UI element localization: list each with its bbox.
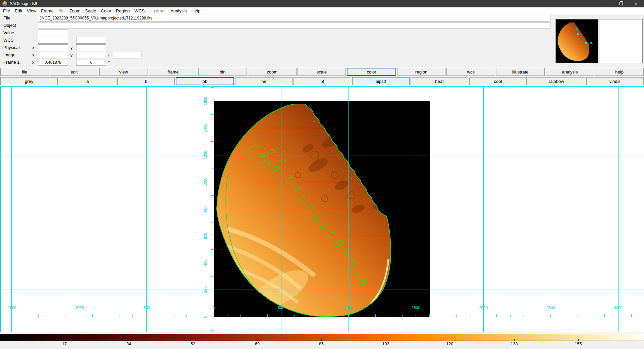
magnifier[interactable]: [599, 19, 643, 63]
frame-label: Frame 1: [3, 59, 19, 66]
menu-zoom[interactable]: Zoom: [67, 8, 83, 13]
colorbar-zone: 1734526986103120138155: [0, 332, 644, 349]
physical-x-label: x: [32, 44, 35, 51]
menu-bar: File Edit View Frame Bin Zoom Scale Colo…: [0, 7, 644, 14]
colorbar-label: 155: [575, 342, 582, 346]
frame-rotation-field[interactable]: 0: [76, 59, 106, 66]
wcs-button[interactable]: wcs: [446, 68, 495, 76]
colormap-cool-button[interactable]: cool: [469, 77, 527, 85]
minimize-icon: [604, 4, 607, 4]
scale-button[interactable]: scale: [298, 68, 346, 76]
view-button[interactable]: view: [99, 68, 148, 76]
wcs-field-1[interactable]: [38, 37, 68, 44]
menu-help[interactable]: Help: [189, 8, 203, 13]
info-panel: File JNCE_2023288_55C00055_V01-mapprojec…: [0, 14, 644, 67]
fits-image[interactable]: [214, 101, 430, 317]
colormap-i8-button[interactable]: i8: [293, 77, 351, 85]
colormap-grey-button[interactable]: grey: [0, 77, 58, 85]
colorbar-tick: [450, 339, 450, 341]
image-z-field[interactable]: [113, 52, 142, 58]
menu-edit[interactable]: Edit: [12, 8, 24, 13]
minimize-button[interactable]: [598, 0, 613, 7]
physical-y-field[interactable]: [76, 44, 106, 51]
grid-y-label: 400: [203, 259, 207, 266]
color-button[interactable]: color: [347, 68, 396, 76]
colormap-b-button[interactable]: b: [117, 77, 175, 85]
image-canvas[interactable]: -1500-1000-50005001000150020002500300016…: [0, 86, 644, 332]
value-field[interactable]: [38, 30, 68, 36]
colorbar-tick: [578, 339, 579, 341]
file-label: File: [3, 15, 10, 21]
grid-x-label: 2000: [479, 306, 488, 310]
illustrate-button[interactable]: illustrate: [496, 68, 545, 76]
object-row: Object: [0, 22, 570, 29]
restore-icon: [619, 2, 623, 5]
close-button[interactable]: ×: [629, 0, 644, 7]
analysis-button[interactable]: analysis: [546, 68, 594, 76]
menu-file[interactable]: File: [1, 8, 12, 13]
frame-zoom-field[interactable]: 0.401878: [38, 59, 68, 66]
grid-x-label: -1000: [74, 306, 84, 310]
region-button[interactable]: region: [397, 68, 446, 76]
colorbar[interactable]: [0, 334, 644, 341]
restore-button[interactable]: [613, 0, 629, 7]
menu-region[interactable]: Region: [114, 8, 132, 13]
grid-y-label: 800: [203, 205, 207, 212]
grid-x-label: -500: [142, 306, 150, 310]
menu-analysis[interactable]: Analysis: [168, 8, 189, 13]
physical-label: Physical: [3, 44, 19, 51]
menu-color[interactable]: Color: [98, 8, 113, 13]
frame-row: Frame 1 x 0.401878 0 °: [0, 59, 570, 66]
image-label: Image: [3, 52, 15, 58]
grid-x-label: -1500: [6, 306, 16, 310]
colorbar-label: 120: [446, 342, 453, 346]
edit-button[interactable]: edit: [50, 68, 99, 76]
image-x-label: x: [32, 52, 35, 58]
colorbar-tick: [514, 339, 515, 341]
svg-text:X: X: [590, 41, 593, 46]
zoom-button[interactable]: zoom: [248, 68, 297, 76]
panner[interactable]: Y X: [555, 19, 598, 63]
colorbar-label: 17: [62, 342, 67, 346]
colormap-a-button[interactable]: a: [59, 77, 116, 85]
grid-y-label: 1200: [203, 151, 207, 159]
colorbar-label: 103: [382, 342, 389, 346]
value-label: Value: [3, 30, 14, 36]
menu-frame[interactable]: Frame: [39, 8, 56, 13]
colormap-aips0-button[interactable]: aips0: [352, 77, 410, 85]
help-button[interactable]: help: [595, 68, 644, 76]
object-field[interactable]: [38, 22, 550, 29]
colormap-rainbow-button[interactable]: rainbow: [528, 77, 585, 85]
file-field[interactable]: JNCE_2023288_55C00055_V01-mapprojected17…: [38, 15, 550, 21]
grid-y-label: 1600: [203, 97, 207, 105]
toolbar-row-2: grey a b bb he i8 aips0 heat cool rainbo…: [0, 77, 644, 86]
image-z-label: z: [107, 52, 110, 58]
grid-y-label: 600: [203, 233, 207, 239]
physical-x-field[interactable]: [38, 44, 68, 51]
grid-y-label: 1000: [203, 178, 207, 186]
colorbar-label: 52: [191, 342, 195, 346]
wcs-field-2[interactable]: [76, 37, 106, 44]
menu-scale[interactable]: Scale: [83, 8, 99, 13]
wcs-row: WCS: [0, 37, 570, 44]
colormap-viridis-button[interactable]: viridis: [586, 77, 644, 85]
image-y-field[interactable]: [76, 52, 106, 58]
bin-button[interactable]: bin: [198, 68, 247, 76]
panner-thumbnail: Y X: [556, 19, 598, 63]
menu-wcs[interactable]: WCS: [132, 8, 147, 13]
colorbar-tick: [257, 339, 258, 341]
svg-text:Y: Y: [576, 27, 579, 32]
grid-x-label: 3000: [614, 306, 623, 310]
colorbar-label: 34: [126, 342, 131, 346]
menu-view[interactable]: View: [24, 8, 39, 13]
wcs-label: WCS: [3, 37, 13, 44]
file-button[interactable]: file: [0, 68, 49, 76]
image-row: Image x y z: [0, 52, 570, 58]
colormap-he-button[interactable]: he: [235, 77, 292, 85]
colormap-bb-button[interactable]: bb: [176, 77, 234, 85]
image-x-field[interactable]: [38, 52, 68, 58]
image-y-label: y: [70, 52, 73, 58]
frame-button[interactable]: frame: [149, 68, 198, 76]
colormap-heat-button[interactable]: heat: [411, 77, 468, 85]
jupiter-image: [214, 101, 430, 317]
